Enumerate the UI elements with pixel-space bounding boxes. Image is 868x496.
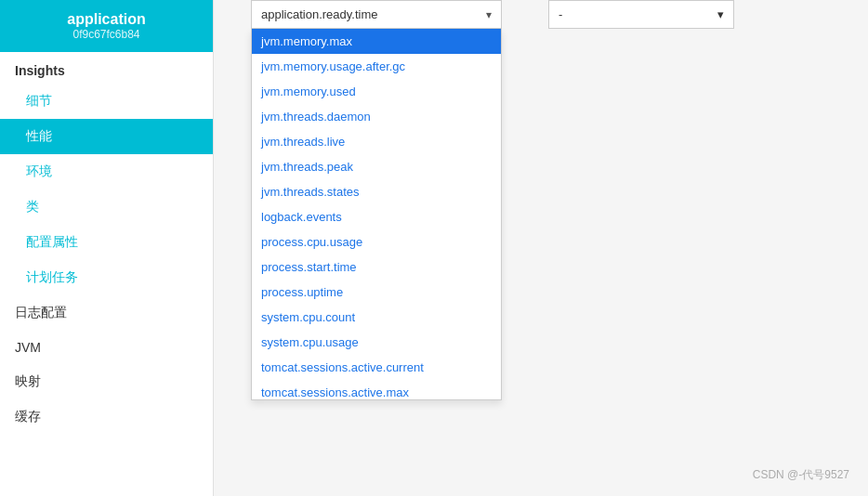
sidebar-item-log[interactable]: 日志配置 — [0, 295, 213, 331]
dropdown-item[interactable]: tomcat.sessions.active.max — [252, 380, 501, 400]
dropdown-item[interactable]: jvm.memory.max — [252, 29, 501, 54]
dropdown-item[interactable]: system.cpu.count — [252, 305, 501, 330]
sidebar: application 0f9c67fc6b84 Insights 细节 性能 … — [0, 0, 214, 496]
metric-dropdown-value: application.ready.time — [261, 7, 378, 21]
dropdown-item[interactable]: tomcat.sessions.active.current — [252, 355, 501, 380]
app-id: 0f9c67fc6b84 — [7, 28, 205, 41]
sidebar-item-cache[interactable]: 缓存 — [0, 399, 213, 435]
dropdown-item[interactable]: jvm.threads.peak — [252, 154, 501, 179]
sidebar-item-jvm[interactable]: JVM — [0, 331, 213, 364]
sidebar-item-mapping[interactable]: 映射 — [0, 364, 213, 399]
watermark: CSDN @-代号9527 — [753, 467, 849, 483]
dropdown-item[interactable]: jvm.memory.used — [252, 79, 501, 104]
dropdown-item[interactable]: logback.events — [252, 204, 501, 229]
dropdown-item[interactable]: process.start.time — [252, 255, 501, 280]
sidebar-item-performance[interactable]: 性能 — [0, 119, 213, 154]
dropdown-item[interactable]: system.cpu.usage — [252, 330, 501, 355]
metric-dropdown-trigger[interactable]: application.ready.time ▾ — [251, 0, 502, 29]
sidebar-section-title: Insights — [0, 52, 213, 84]
app-name: application — [7, 11, 205, 28]
sidebar-item-env[interactable]: 环境 — [0, 154, 213, 189]
sidebar-item-class[interactable]: 类 — [0, 189, 213, 225]
metric-dropdown-list: jvm.memory.maxjvm.memory.usage.after.gcj… — [251, 29, 502, 400]
sidebar-item-config[interactable]: 配置属性 — [0, 225, 213, 260]
metric-dropdown-chevron: ▾ — [486, 8, 492, 21]
dropdown-item[interactable]: jvm.threads.live — [252, 129, 501, 154]
dropdown-item[interactable]: jvm.threads.states — [252, 179, 501, 204]
metric-dropdown-container: application.ready.time ▾ jvm.memory.maxj… — [251, 0, 502, 29]
tag-dropdown-value: - — [559, 7, 562, 21]
sidebar-header: application 0f9c67fc6b84 — [0, 0, 213, 52]
main-content: application.ready.time ▾ jvm.memory.maxj… — [214, 0, 868, 496]
dropdown-item[interactable]: process.uptime — [252, 280, 501, 305]
tag-dropdown-trigger[interactable]: - ▾ — [548, 0, 734, 29]
tag-dropdown-container: - ▾ — [548, 0, 734, 29]
dropdown-item[interactable]: jvm.threads.daemon — [252, 104, 501, 129]
sidebar-item-details[interactable]: 细节 — [0, 84, 213, 119]
tag-dropdown-chevron: ▾ — [717, 7, 724, 21]
dropdown-item[interactable]: process.cpu.usage — [252, 229, 501, 255]
dropdown-item[interactable]: jvm.memory.usage.after.gc — [252, 54, 501, 79]
sidebar-item-scheduled[interactable]: 计划任务 — [0, 260, 213, 295]
